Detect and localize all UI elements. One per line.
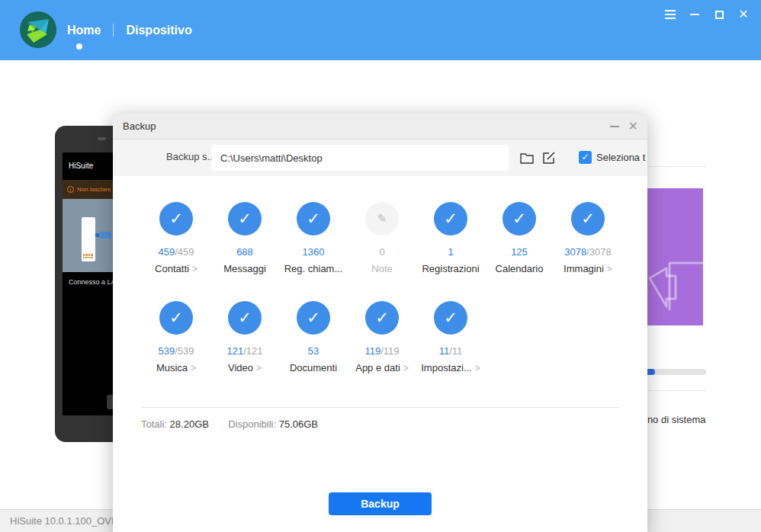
chevron-right-icon[interactable]: >: [191, 363, 196, 373]
checked-circle-icon[interactable]: ✓: [228, 301, 262, 335]
item-label: Impostazi...>: [421, 362, 480, 374]
backup-item-note[interactable]: ✎0Note: [348, 202, 416, 275]
item-label: Musica>: [156, 362, 196, 374]
dialog-minimize-icon[interactable]: [610, 126, 619, 127]
checked-circle-icon[interactable]: ✓: [503, 202, 536, 236]
phone-warning-text: Non lasciare: [77, 186, 111, 193]
checked-circle-icon[interactable]: ✓: [297, 301, 330, 335]
backup-item-documenti[interactable]: ✓53Documenti: [279, 301, 348, 374]
checked-circle-icon[interactable]: ✓: [159, 301, 193, 335]
select-all-control[interactable]: ✓ Seleziona t: [579, 151, 645, 164]
divider: [641, 390, 707, 391]
phone-icon: [82, 217, 95, 261]
active-tab-indicator: [76, 43, 82, 50]
item-label: Immagini>: [564, 263, 612, 275]
warning-icon: !: [67, 186, 74, 193]
checked-circle-icon[interactable]: ✓: [228, 202, 262, 236]
divider: [641, 166, 707, 167]
storage-totals: Totali: 28.20GB Disponibili: 75.06GB: [141, 418, 318, 430]
chevron-right-icon[interactable]: >: [192, 264, 197, 274]
backup-item-calendario[interactable]: ✓125Calendario: [485, 202, 554, 275]
select-all-checkbox[interactable]: ✓: [579, 151, 592, 164]
backup-item-video[interactable]: ✓121/121Video>: [210, 301, 279, 374]
app-grid-dots: [83, 254, 94, 258]
chevron-right-icon[interactable]: >: [475, 363, 480, 373]
divider: [141, 407, 619, 408]
item-label: Note: [371, 263, 392, 275]
total-label: Totali:: [141, 418, 167, 430]
item-count: 119/119: [364, 345, 399, 357]
checked-circle-icon[interactable]: ✓: [434, 301, 467, 335]
backup-item-immagini[interactable]: ✓3078/3078Immagini>: [554, 202, 622, 275]
phone-speaker: [98, 137, 106, 140]
item-count: 1360: [303, 246, 325, 258]
backup-item-impostazioni[interactable]: ✓11/11Impostazi...>: [416, 301, 485, 374]
item-count: 688: [236, 246, 253, 258]
backup-item-contatti[interactable]: ✓459/459Contatti>: [142, 202, 210, 275]
backup-item-registro-chiamate[interactable]: ✓1360Reg. chiam...: [279, 202, 348, 275]
edit-path-icon[interactable]: [541, 150, 557, 165]
usb-cable-icon: [99, 232, 111, 239]
item-label: Calendario: [496, 263, 544, 275]
item-label: Contatti>: [155, 263, 197, 275]
chevron-right-icon[interactable]: >: [256, 363, 262, 373]
close-icon[interactable]: ✕: [735, 6, 752, 23]
app-header: Home Dispositivo ✕: [0, 0, 761, 60]
available-label: Disponibili:: [228, 418, 276, 430]
dialog-close-icon[interactable]: ✕: [628, 120, 638, 133]
window-controls: ✕: [662, 6, 752, 23]
item-count: 11/11: [439, 345, 463, 357]
backup-dialog: Backup ✕ Backup s... ✓ Seleziona t ✓459/…: [113, 114, 647, 532]
chevron-right-icon[interactable]: >: [607, 264, 612, 274]
hisuite-logo-icon: [20, 11, 56, 48]
maximize-icon[interactable]: [711, 6, 727, 23]
system-restore-label: ino di sistema: [645, 414, 705, 425]
item-label: Registrazioni: [422, 263, 479, 275]
item-label: Reg. chiam...: [284, 263, 343, 275]
item-label: Video>: [228, 362, 262, 374]
app-version-text: HiSuite 10.0.1.100_OVE: [0, 515, 118, 527]
system-update-illustration: [647, 188, 703, 325]
backup-button[interactable]: Backup: [329, 492, 432, 515]
backup-grid-row-1: ✓459/459Contatti>✓688Messaggi✓1360Reg. c…: [142, 202, 622, 275]
item-label: Messaggi: [223, 263, 266, 275]
nav-separator: [113, 24, 114, 37]
item-count: 0: [379, 246, 384, 258]
item-count: 53: [308, 345, 319, 357]
main-area: ino di sistema HiSuite ! Non lasciare ✓ …: [0, 60, 761, 509]
item-count: 539/539: [158, 345, 194, 357]
backup-path-label: Backup s...: [166, 151, 215, 162]
tab-home[interactable]: Home: [67, 24, 101, 37]
item-label: Documenti: [290, 362, 337, 374]
item-count: 1: [448, 246, 453, 258]
available-value: 75.06GB: [279, 418, 318, 430]
item-count: 121/121: [226, 345, 262, 357]
checked-circle-icon[interactable]: ✓: [571, 202, 605, 236]
item-label: App e dati>: [355, 362, 409, 374]
main-nav: Home Dispositivo: [67, 0, 192, 60]
checked-circle-icon[interactable]: ✓: [365, 301, 399, 335]
backup-grid-row-2: ✓539/539Musica>✓121/121Video>✓53Document…: [142, 301, 485, 374]
item-count: 125: [511, 246, 528, 258]
checked-circle-icon[interactable]: ✓: [434, 202, 467, 236]
backup-item-app-e-dati[interactable]: ✓119/119App e dati>: [348, 301, 416, 374]
backup-path-row: Backup s... ✓ Seleziona t: [113, 139, 647, 176]
dialog-titlebar[interactable]: Backup ✕: [113, 114, 647, 139]
browse-folder-icon[interactable]: [519, 150, 535, 165]
backup-item-musica[interactable]: ✓539/539Musica>: [142, 301, 210, 374]
backup-path-input[interactable]: [211, 145, 509, 171]
checked-circle-icon[interactable]: ✓: [159, 202, 193, 236]
dialog-title: Backup: [113, 120, 156, 132]
backup-item-messaggi[interactable]: ✓688Messaggi: [210, 202, 279, 275]
tab-dispositivo[interactable]: Dispositivo: [126, 24, 191, 37]
pencil-circle-icon[interactable]: ✎: [365, 202, 399, 236]
backup-item-registrazioni[interactable]: ✓1Registrazioni: [416, 202, 485, 275]
item-count: 3078/3078: [564, 246, 611, 258]
minimize-icon[interactable]: [686, 6, 703, 23]
checked-circle-icon[interactable]: ✓: [297, 202, 330, 236]
select-all-label: Seleziona t: [596, 152, 645, 163]
storage-progress-bar: [639, 369, 706, 375]
chevron-right-icon[interactable]: >: [403, 363, 409, 373]
menu-icon[interactable]: [662, 6, 679, 23]
total-value: 28.20GB: [170, 418, 209, 430]
